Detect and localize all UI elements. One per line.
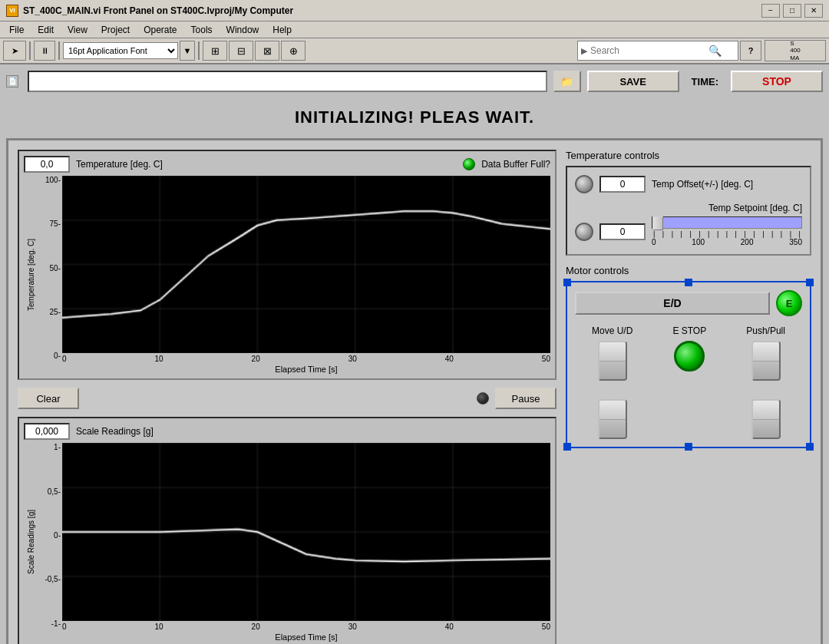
motor-col-push-pull: Push/Pull — [746, 325, 785, 439]
search-input[interactable] — [590, 45, 705, 56]
move-ud-rocker-bottom[interactable] — [598, 399, 627, 439]
app-icon: VI — [6, 5, 18, 17]
temp-setpoint-knob[interactable] — [575, 223, 593, 241]
temp-chart-container: 0,0 Temperature [deg. C] Data Buffer Ful… — [18, 150, 557, 380]
scale-y-ticks: 1- 0,5- 0- -0,5- -1- — [38, 443, 62, 641]
corner-tl — [563, 279, 571, 286]
temp-controls-label: Temperature controls — [566, 150, 811, 161]
search-button[interactable]: 🔍 — [708, 45, 722, 57]
temp-plot-wrapper: 0 10 20 30 40 50 Elapsed Time [s] — [62, 176, 550, 374]
stop-button[interactable]: STOP — [731, 71, 823, 92]
time-label: TIME: — [685, 76, 725, 88]
mini-panel: S400MA — [765, 40, 826, 61]
maximize-button[interactable]: □ — [783, 4, 801, 18]
menu-tools[interactable]: Tools — [185, 23, 219, 37]
minimize-button[interactable]: − — [761, 4, 780, 18]
temp-chart-header: 0,0 Temperature [deg. C] Data Buffer Ful… — [24, 156, 550, 173]
pause-toolbar-button[interactable]: ⏸ — [34, 41, 55, 61]
title-bar-controls: − □ ✕ — [761, 4, 823, 18]
search-box: ▶ 🔍 — [577, 41, 738, 61]
push-pull-label: Push/Pull — [746, 325, 785, 336]
distribute-button[interactable]: ⊟ — [229, 41, 253, 61]
temp-setpoint-label: Temp Setpoint [deg. C] — [575, 203, 802, 213]
temp-offset-row: Temp Offset(+/-) [deg. C] — [575, 175, 802, 193]
corner-tm — [685, 279, 692, 286]
toolbar-separator-3 — [198, 41, 200, 60]
align-button[interactable]: ⊞ — [203, 41, 227, 61]
scale-chart-area: Scale Readings [g] 1- 0,5- 0- -0,5- -1- … — [24, 443, 550, 641]
temp-setpoint-row: | | | | | | | | | | | | — [575, 216, 802, 246]
folder-button[interactable]: 📁 — [553, 71, 581, 92]
save-label: SAVE — [619, 76, 646, 88]
resize-button[interactable]: ⊠ — [255, 41, 279, 61]
scale-x-ticks: 0 10 20 30 40 50 — [62, 621, 550, 632]
buffer-full-label: Data Buffer Full? — [481, 159, 550, 170]
temp-controls-section: Temperature controls Temp Offset(+/-) [d… — [566, 150, 811, 256]
scale-chart-container: 0,000 Scale Readings [g] Scale Readings … — [18, 417, 557, 644]
temp-offset-input[interactable] — [599, 176, 646, 193]
pause-led — [477, 392, 489, 405]
rocker-bottom-half — [599, 362, 626, 380]
pp-rocker2-bottom-half — [753, 420, 779, 438]
rocker-top-half — [599, 342, 626, 362]
menu-window[interactable]: Window — [220, 23, 266, 37]
help-button[interactable]: ? — [740, 41, 761, 61]
scale-plot-wrapper: 0 10 20 30 40 50 Elapsed Time [s] — [62, 443, 550, 641]
temp-chart-canvas — [62, 176, 550, 353]
corner-bl — [563, 443, 571, 451]
status-header: INITIALIZING! PLEAS WAIT. — [6, 100, 823, 135]
ed-button[interactable]: E/D — [575, 292, 770, 315]
font-selector[interactable]: 16pt Application Font — [63, 42, 178, 59]
push-pull-rocker-bottom[interactable] — [751, 399, 781, 439]
arrow-button[interactable]: ➤ — [3, 41, 26, 61]
main-panel: 0,0 Temperature [deg. C] Data Buffer Ful… — [6, 138, 823, 644]
top-controls-row: 📄 📁 SAVE TIME: STOP — [6, 68, 823, 95]
scale-chart-canvas — [62, 443, 550, 620]
motor-controls-box: E/D E Move U/D — [566, 281, 811, 448]
rocker2-bottom-half — [599, 420, 626, 438]
temp-slider-ticks: | | | | | | | | | | | | — [652, 230, 802, 238]
scale-y-label: Scale Readings [g] — [24, 443, 38, 641]
temp-offset-label: Temp Offset(+/-) [deg. C] — [652, 179, 753, 190]
folder-icon: 📁 — [560, 76, 573, 88]
menu-file[interactable]: File — [3, 23, 30, 37]
estop-label: E STOP — [672, 325, 706, 336]
menu-operate[interactable]: Operate — [137, 23, 183, 37]
charts-section: 0,0 Temperature [deg. C] Data Buffer Ful… — [18, 150, 557, 644]
pp-rocker-top-half — [753, 342, 779, 362]
motor-controls-label: Motor controls — [566, 265, 811, 276]
push-pull-rocker-top[interactable] — [751, 341, 781, 381]
pp-rocker2-top-half — [753, 401, 779, 420]
motor-col-move-ud: Move U/D — [592, 325, 632, 439]
menu-view[interactable]: View — [61, 23, 94, 37]
temp-offset-knob[interactable] — [575, 175, 593, 193]
close-button[interactable]: ✕ — [804, 4, 823, 18]
temp-buffer-led — [463, 158, 475, 170]
font-dropdown-button[interactable]: ▼ — [180, 41, 195, 61]
e-button[interactable]: E — [776, 290, 802, 316]
scale-chart-value: 0,000 — [24, 423, 70, 440]
save-button[interactable]: SAVE — [587, 71, 679, 92]
move-ud-rocker-top[interactable] — [598, 341, 627, 381]
clear-button[interactable]: Clear — [18, 388, 79, 409]
temp-controls-box: Temp Offset(+/-) [deg. C] Temp Setpoint … — [566, 166, 811, 256]
pp-rocker-bottom-half — [753, 362, 779, 380]
temp-y-label: Temperature [deg. C] — [24, 176, 38, 374]
menu-project[interactable]: Project — [95, 23, 136, 37]
temp-setpoint-input[interactable] — [599, 223, 646, 240]
temp-x-ticks: 0 10 20 30 40 50 — [62, 353, 550, 365]
temp-x-label: Elapsed Time [s] — [62, 365, 550, 374]
corner-tr — [806, 279, 814, 286]
temp-chart-title: Temperature [deg. C] — [76, 159, 163, 170]
pause-button[interactable]: Pause — [495, 388, 557, 409]
stop-label: STOP — [762, 75, 791, 88]
file-path-display — [28, 71, 547, 92]
temp-slider-thumb[interactable] — [652, 216, 663, 230]
estop-led[interactable] — [674, 341, 705, 372]
temp-slider-track — [652, 216, 802, 229]
motor-col-estop: E STOP — [672, 325, 706, 439]
temp-chart-area: Temperature [deg. C] 100- 75- 50- 25- 0- — [24, 176, 550, 374]
menu-edit[interactable]: Edit — [31, 23, 60, 37]
color-button[interactable]: ⊕ — [281, 41, 306, 61]
menu-help[interactable]: Help — [266, 23, 298, 37]
